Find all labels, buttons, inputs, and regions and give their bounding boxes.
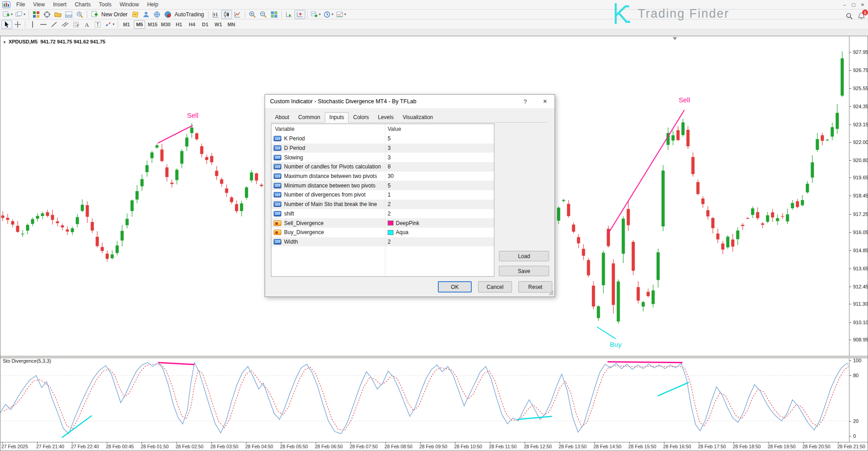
input-row-number-of-divergences-from-pivot[interactable]: 123Number of divergences from pivot1	[271, 190, 494, 200]
indicator-tick-label: 0	[853, 433, 856, 439]
tab-inputs[interactable]: Inputs	[325, 112, 349, 123]
search-icon[interactable]	[846, 13, 853, 22]
input-row-slowing[interactable]: 123Slowing3	[271, 153, 494, 162]
variable-value[interactable]: 30	[388, 173, 394, 179]
price-tick-mark	[849, 142, 851, 143]
time-tick-label: 28 Feb 06:50	[315, 444, 343, 449]
notification-bell-icon[interactable]: 1	[858, 12, 865, 22]
price-tick-label: 917.25	[853, 211, 868, 217]
price-tick-mark	[849, 340, 851, 340]
header-variable: Variable	[271, 126, 385, 132]
price-tick-mark	[849, 304, 851, 304]
indicator-properties-dialog: Custom Indicator - Stochastic Divergence…	[265, 94, 555, 297]
input-row-shift[interactable]: 123shift2	[271, 209, 494, 219]
price-tick-mark	[849, 52, 851, 53]
chart-shift-marker[interactable]	[673, 37, 677, 40]
resize-grip-icon[interactable]	[549, 291, 553, 295]
inputs-table: Variable Value 123K Period5123D Period31…	[271, 124, 494, 277]
variable-value[interactable]: 5	[388, 182, 391, 189]
price-tick-label: 920.80	[853, 158, 868, 163]
price-tick-label: 919.65	[853, 175, 868, 180]
tab-about[interactable]: About	[270, 112, 294, 123]
indicator-tick-label: 80	[853, 373, 859, 378]
indicator-tick-label: 100	[853, 358, 861, 363]
load-button[interactable]: Load	[499, 251, 549, 261]
price-tick-label: 926.75	[853, 67, 868, 73]
number-type-icon: 123	[274, 239, 281, 245]
mt4-application: SellSellBuy ▼XPDUSD,M5 941.72 941.75 941…	[0, 0, 868, 451]
time-tick-label: 28 Feb 10:50	[454, 444, 482, 449]
price-tick-mark	[849, 287, 851, 287]
input-row-maximum-distance-between-two-pivots[interactable]: 123Maximum distance between two pivots30	[271, 172, 494, 181]
dialog-help-button[interactable]: ?	[517, 95, 534, 108]
variable-name: Sell_Divergence	[284, 220, 323, 226]
symbol-name: XPDUSD,M5	[9, 39, 38, 44]
input-row-width[interactable]: 123Width2	[271, 237, 494, 247]
price-tick-label: 908.95	[853, 337, 868, 342]
variable-value[interactable]: 5	[388, 135, 391, 142]
variable-value[interactable]: Aqua	[396, 229, 408, 235]
tab-visualization[interactable]: Visualization	[398, 112, 437, 123]
svg-text:Buy: Buy	[610, 341, 621, 348]
time-tick-label: 28 Feb 07:50	[350, 444, 378, 449]
dialog-close-button[interactable]: ✕	[536, 95, 554, 108]
variable-value[interactable]: 2	[388, 211, 391, 217]
number-type-icon: 123	[274, 183, 281, 188]
stochastic-pane[interactable]	[0, 362, 868, 437]
price-tick-mark	[849, 70, 851, 71]
number-type-icon: 123	[274, 145, 281, 151]
time-tick-label: 28 Feb 11:50	[489, 444, 517, 449]
time-tick-label: 28 Feb 04:50	[245, 444, 273, 449]
variable-name: Buy_Divergence	[284, 229, 324, 235]
input-row-number-of-main-sto-that-break-the-line[interactable]: 123Number of Main Sto that break the lin…	[271, 200, 494, 209]
dialog-tabs: AboutCommonInputsColorsLevelsVisualizati…	[270, 112, 547, 123]
tab-levels[interactable]: Levels	[373, 112, 398, 123]
number-type-icon: 123	[274, 136, 281, 141]
number-type-icon: 123	[274, 192, 281, 197]
price-tick-label: 925.55	[853, 86, 868, 91]
time-tick-label: 28 Feb 08:50	[384, 444, 413, 449]
input-row-d-period[interactable]: 123D Period3	[271, 144, 494, 153]
variable-value[interactable]: 2	[388, 239, 391, 245]
column-divider	[385, 124, 385, 276]
price-tick-label: 911.30	[853, 301, 868, 307]
dialog-title-bar[interactable]: Custom Indicator - Stochastic Divergence…	[265, 95, 555, 108]
variable-value[interactable]: 3	[388, 154, 391, 161]
table-header: Variable Value	[271, 124, 494, 134]
tab-colors[interactable]: Colors	[349, 112, 374, 123]
cancel-button[interactable]: Cancel	[478, 281, 512, 293]
variable-name: Maximum distance between two pivots	[284, 173, 377, 179]
price-tick-mark	[849, 88, 851, 89]
ohlc-values: 941.72 941.75 941.62 941.75	[40, 39, 105, 44]
reset-button[interactable]: Reset	[518, 281, 552, 293]
time-tick-label: 28 Feb 19:50	[768, 444, 796, 449]
time-tick-label: 28 Feb 01:50	[141, 444, 169, 449]
time-tick-label: 28 Feb 14:50	[593, 444, 621, 449]
number-type-icon: 123	[274, 164, 281, 169]
time-tick-label: 28 Feb 09:50	[419, 444, 447, 449]
tab-common[interactable]: Common	[294, 112, 325, 123]
price-tick-mark	[849, 125, 851, 125]
variable-value[interactable]: 1	[388, 192, 391, 198]
input-row-buy-divergence[interactable]: Buy_DivergenceAqua	[271, 228, 494, 237]
number-type-icon: 123	[274, 155, 281, 160]
symbol-ohlc-label: ▼XPDUSD,M5 941.72 941.75 941.62 941.75	[3, 39, 105, 44]
chevron-down-icon[interactable]: ▼	[3, 40, 6, 44]
variable-value[interactable]: 3	[388, 145, 391, 151]
time-tick-label: 28 Feb 05:50	[280, 444, 308, 449]
time-tick-label: 27 Feb 22:40	[71, 444, 99, 449]
variable-value[interactable]: 2	[388, 201, 391, 207]
save-button[interactable]: Save	[499, 266, 549, 276]
indicator-tick-mark	[849, 421, 851, 422]
time-tick-label: 28 Feb 03:50	[210, 444, 238, 449]
input-row-sell-divergence[interactable]: Sell_DivergenceDeepPink	[271, 218, 494, 228]
ok-button[interactable]: OK	[438, 281, 472, 293]
input-row-number-of-candles-for-pivots-calculation[interactable]: 123Number of candles for Pivots calculat…	[271, 162, 494, 172]
time-tick-label: 27 Feb 21:40	[36, 444, 64, 449]
variable-value[interactable]: 8	[388, 163, 391, 170]
time-tick-label: 28 Feb 20:50	[802, 444, 830, 449]
input-row-k-period[interactable]: 123K Period5	[271, 134, 494, 144]
time-tick-label: 28 Feb 15:50	[628, 444, 656, 449]
variable-value[interactable]: DeepPink	[396, 220, 419, 226]
input-row-minimum-distance-between-two-pivots[interactable]: 123Minimum distance between two pivots5	[271, 181, 494, 190]
